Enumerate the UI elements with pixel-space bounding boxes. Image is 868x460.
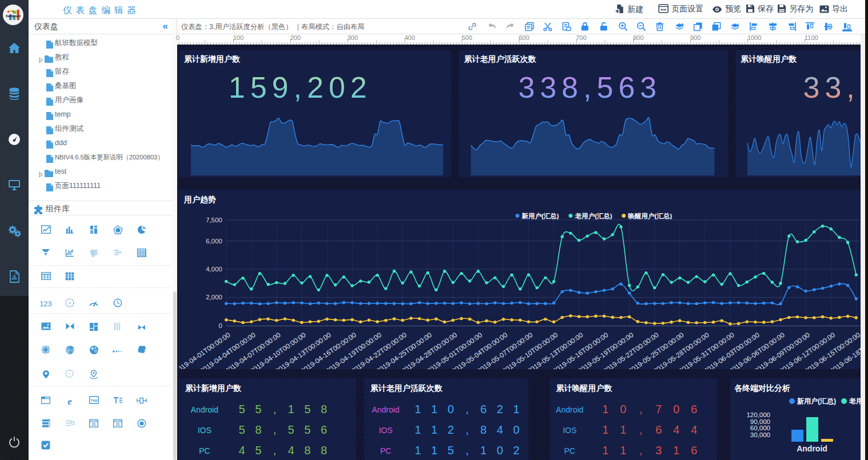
svg-text:120,000: 120,000 (746, 411, 770, 418)
svg-text:0: 0 (219, 322, 222, 329)
svg-text:2,000: 2,000 (206, 294, 222, 301)
svg-text:TAB: TAB (90, 399, 98, 402)
svg-text:6,000: 6,000 (206, 238, 222, 245)
svg-text:•••: ••• (69, 302, 71, 305)
svg-text:30,000: 30,000 (750, 431, 770, 438)
svg-text:7,500: 7,500 (206, 217, 222, 223)
svg-text:4,000: 4,000 (206, 266, 222, 273)
svg-text:60,000: 60,000 (750, 425, 770, 431)
svg-text:Android: Android (797, 444, 827, 453)
svg-text:Dashboard: Dashboard (6, 14, 21, 18)
svg-text:老用户(汇总): 老用户(汇总) (849, 397, 861, 405)
svg-text:新用户(汇总): 新用户(汇总) (797, 397, 836, 405)
svg-text:90,000: 90,000 (750, 418, 770, 425)
svg-text:31: 31 (115, 422, 120, 426)
svg-text:31: 31 (91, 422, 96, 426)
